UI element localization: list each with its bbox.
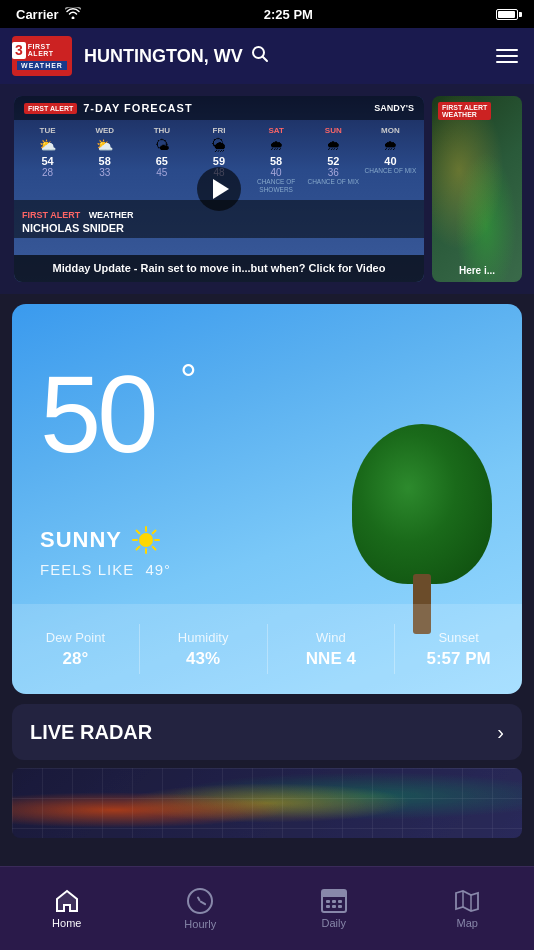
wind-label: Wind <box>316 630 346 645</box>
forecast-day-tue: TUE ⛅ 54 28 <box>20 126 75 194</box>
logo-bottom-text: WEATHER <box>17 61 67 70</box>
forecast-day-sat: SAT 🌧 58 40 CHANCE OF SHOWERS <box>249 126 304 194</box>
carrier-label: Carrier <box>16 7 59 22</box>
radar-preview[interactable] <box>12 768 522 838</box>
sunny-icon <box>132 526 160 554</box>
nav-label-home: Home <box>52 917 81 929</box>
wifi-icon <box>65 7 81 22</box>
stat-humidity: Humidity 43% <box>140 630 267 669</box>
svg-line-9 <box>153 531 156 534</box>
thumb-caption: Here i... <box>432 265 522 276</box>
city-name: HUNTINGTON, WV <box>84 46 243 67</box>
status-bar: Carrier 2:25 PM <box>0 0 534 28</box>
home-icon <box>54 889 80 913</box>
battery-icon <box>496 9 518 20</box>
status-left: Carrier <box>16 7 81 22</box>
radar-grid <box>12 768 522 838</box>
forecast-day-wed: WED ⛅ 58 33 <box>77 126 132 194</box>
daily-icon <box>321 889 347 913</box>
condition-label: SUNNY <box>40 527 122 553</box>
forecast-day-mon: MON 🌧 40 CHANCE OF MIX <box>363 126 418 194</box>
video-carousel: FIRST ALERT 7-DAY FORECAST SANDY'S TUE ⛅… <box>0 84 534 294</box>
degree-symbol: ° <box>180 356 197 404</box>
temperature-display: 50 <box>40 359 154 469</box>
logo-top-text: FIRST ALERT <box>28 43 72 57</box>
app-logo: 3 FIRST ALERT WEATHER <box>12 36 72 76</box>
nav-label-daily: Daily <box>322 917 346 929</box>
bottom-navigation: Home Hourly Daily Map <box>0 866 534 950</box>
humidity-value: 43% <box>186 649 220 669</box>
stat-dew-point: Dew Point 28° <box>12 630 139 669</box>
nav-label-hourly: Hourly <box>184 918 216 930</box>
weather-condition: SUNNY <box>40 526 160 554</box>
video-caption: Midday Update - Rain set to move in...bu… <box>14 255 424 282</box>
main-video[interactable]: FIRST ALERT 7-DAY FORECAST SANDY'S TUE ⛅… <box>14 96 424 282</box>
forecast-day-thu: THU 🌤 65 45 <box>134 126 189 194</box>
first-alert-badge: FIRST ALERT <box>24 103 77 114</box>
wind-value: NNE 4 <box>306 649 356 669</box>
nav-label-map: Map <box>457 917 478 929</box>
forecast-day-sun: SUN 🌧 52 36 CHANCE OF MIX <box>306 126 361 194</box>
sunset-value: 5:57 PM <box>427 649 491 669</box>
hourly-icon <box>187 888 213 914</box>
play-triangle-icon <box>213 179 229 199</box>
map-icon <box>454 889 480 913</box>
feels-like: FEELS LIKE 49° <box>40 561 171 578</box>
thumb-badge: FIRST ALERT WEATHER <box>438 102 491 120</box>
live-radar-button[interactable]: LIVE RADAR › <box>12 704 522 760</box>
chevron-right-icon: › <box>497 721 504 744</box>
anchor-badge: FIRST ALERT <box>22 210 80 220</box>
humidity-label: Humidity <box>178 630 229 645</box>
stat-sunset: Sunset 5:57 PM <box>395 630 522 669</box>
dew-point-label: Dew Point <box>46 630 105 645</box>
header: 3 FIRST ALERT WEATHER HUNTINGTON, WV <box>0 28 534 84</box>
svg-line-10 <box>137 547 140 550</box>
status-right <box>496 9 518 20</box>
thumb-video[interactable]: FIRST ALERT WEATHER Here i... <box>432 96 522 282</box>
dew-point-value: 28° <box>63 649 89 669</box>
nav-item-home[interactable]: Home <box>0 889 134 929</box>
svg-line-1 <box>262 56 267 61</box>
svg-line-7 <box>137 531 140 534</box>
nav-item-daily[interactable]: Daily <box>267 889 401 929</box>
radar-thumbnail <box>432 96 522 282</box>
sandys-logo: SANDY'S <box>374 103 414 113</box>
feels-like-label: FEELS LIKE <box>40 561 134 578</box>
tree-canopy <box>352 424 492 584</box>
weather-card: 50 ° SUNNY FEELS LIKE 49° Dew Point <box>12 304 522 694</box>
search-icon[interactable] <box>251 45 269 68</box>
stat-wind: Wind NNE 4 <box>268 630 395 669</box>
nav-item-map[interactable]: Map <box>401 889 535 929</box>
menu-button[interactable] <box>492 45 522 67</box>
nav-item-hourly[interactable]: Hourly <box>134 888 268 930</box>
weather-stats: Dew Point 28° Humidity 43% Wind NNE 4 Su… <box>12 604 522 694</box>
svg-line-8 <box>153 547 156 550</box>
anchor-name: NICHOLAS SNIDER <box>22 222 416 234</box>
sunset-label: Sunset <box>438 630 478 645</box>
status-time: 2:25 PM <box>264 7 313 22</box>
logo-number: 3 <box>12 42 26 59</box>
forecast-title: 7-DAY FORECAST <box>83 102 192 114</box>
svg-point-2 <box>139 533 153 547</box>
header-title: HUNTINGTON, WV <box>84 45 480 68</box>
live-radar-title: LIVE RADAR <box>30 721 497 744</box>
play-button[interactable] <box>197 167 241 211</box>
forecast-header: FIRST ALERT 7-DAY FORECAST SANDY'S <box>14 96 424 120</box>
feels-like-value: 49° <box>145 561 171 578</box>
